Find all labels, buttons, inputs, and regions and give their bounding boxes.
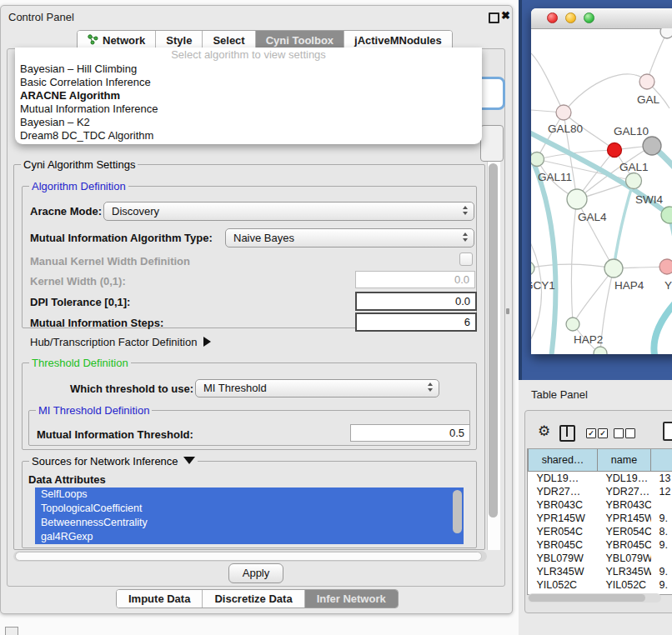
algorithm-menu-item[interactable]: Bayesian – K2 [15, 116, 482, 129]
table-cell[interactable] [651, 498, 672, 512]
network-edge[interactable] [531, 264, 614, 268]
manual-kernel-checkbox[interactable] [459, 252, 473, 266]
node-table[interactable]: shared… name YDL19…YDL19…13YDR27…YDR27…1… [527, 448, 672, 595]
network-node-gcy1[interactable] [531, 262, 534, 275]
network-edge[interactable] [654, 300, 672, 354]
table-cell[interactable]: YLR345W [598, 565, 651, 578]
table-cell[interactable]: YIL052C [598, 578, 651, 592]
corner-grip-icon[interactable] [5, 627, 18, 635]
network-edge[interactable] [571, 199, 577, 324]
table-cell[interactable]: 9. [651, 565, 672, 578]
zoom-traffic-light-icon[interactable] [584, 12, 594, 23]
aracne-mode-combo[interactable]: Discovery [103, 202, 474, 221]
column-header-cut[interactable] [651, 449, 672, 472]
table-cell[interactable]: YDL19… [598, 472, 651, 486]
minimize-traffic-light-icon[interactable] [565, 12, 576, 23]
network-node-hap4[interactable] [604, 259, 623, 278]
file-icon[interactable] [663, 422, 672, 441]
network-node-y[interactable] [659, 259, 672, 274]
table-cell[interactable]: YPR145W [598, 512, 651, 525]
network-node-gal10[interactable] [608, 143, 622, 158]
attribute-list-item[interactable]: gal4RGexp [35, 530, 464, 544]
table-cell[interactable]: YDR27… [598, 485, 651, 498]
table-cell[interactable]: YER054C [598, 525, 651, 538]
table-cell[interactable]: YBL079W [598, 552, 651, 565]
table-cell[interactable]: YIL052C [529, 578, 598, 592]
unchecked-box-icon[interactable] [614, 428, 624, 438]
table-cell[interactable]: YER054C [529, 525, 598, 538]
unchecked-box-icon[interactable] [625, 428, 635, 438]
table-cell[interactable]: 8. [651, 525, 672, 538]
network-node[interactable] [660, 28, 672, 38]
mi-threshold-field[interactable]: 0.5 [350, 424, 470, 442]
column-header-shared-name[interactable]: shared… [529, 449, 598, 472]
settings-hscrollbar-thumb[interactable] [15, 552, 482, 561]
network-node-gal[interactable] [639, 74, 654, 89]
table-cell[interactable]: YBL079W [529, 552, 598, 565]
expand-right-icon[interactable] [203, 337, 211, 347]
table-row[interactable]: YBR045CYBR045C9. [529, 538, 672, 552]
gear-icon[interactable]: ⚙ [538, 422, 550, 440]
table-row[interactable]: YBR043CYBR043C [529, 498, 672, 512]
algorithm-menu-item[interactable]: Bayesian – Hill Climbing [15, 62, 482, 76]
network-edge[interactable] [564, 74, 647, 112]
table-cell[interactable]: YLR345W [529, 565, 598, 578]
float-window-icon[interactable] [489, 12, 499, 23]
apply-button[interactable]: Apply [228, 563, 283, 583]
table-row[interactable]: YER054CYER054C8. [529, 525, 672, 538]
dpi-tolerance-field[interactable]: 0.0 [355, 292, 477, 311]
attribute-list-item[interactable]: BetweennessCentrality [35, 516, 464, 530]
network-node[interactable] [594, 347, 607, 354]
table-cell[interactable]: YDR27… [529, 485, 598, 498]
network-edge[interactable] [647, 32, 667, 82]
table-row[interactable]: YDL19…YDL19…13 [529, 472, 672, 486]
algorithm-menu-item[interactable]: ARACNE Algorithm [15, 89, 482, 102]
tab-infer-network[interactable]: Infer Network [305, 590, 398, 608]
checked-box-icon[interactable]: ✓ [586, 428, 596, 438]
table-cell[interactable]: 9. [651, 512, 672, 525]
table-row[interactable]: YLR345WYLR345W9. [529, 565, 672, 578]
network-node-gal80[interactable] [556, 105, 571, 120]
table-cell[interactable]: YDL19… [529, 472, 598, 486]
table-row[interactable]: YBL079WYBL079W [529, 552, 672, 565]
table-cell[interactable] [651, 552, 672, 565]
network-edge[interactable] [614, 181, 634, 268]
tab-impute-data[interactable]: Impute Data [117, 590, 203, 608]
network-view-canvas[interactable]: GALGAL80GAL10GAL11GAL1SWI4GAL4GCY1HAP4YH… [531, 28, 672, 354]
mi-type-combo[interactable]: Naive Bayes [225, 228, 474, 248]
attributes-scrollbar[interactable] [453, 490, 462, 533]
attribute-list-item[interactable]: TopologicalCoefficient [35, 502, 464, 516]
algorithm-menu-item[interactable]: Basic Correlation Inference [15, 76, 482, 89]
table-header-row[interactable]: shared… name [529, 449, 672, 472]
table-cell[interactable]: YBR045C [529, 538, 598, 552]
network-node-gal11[interactable] [531, 152, 544, 167]
table-cell[interactable]: 13 [651, 472, 672, 486]
algorithm-menu-item[interactable]: Dream8 DC_TDC Algorithm [15, 129, 482, 142]
table-row[interactable]: YDR27…YDR27…12 [529, 485, 672, 498]
checked-box-icon[interactable]: ✓ [598, 428, 608, 438]
collapse-down-icon[interactable] [183, 457, 195, 464]
table-cell[interactable]: 9. [651, 538, 672, 552]
settings-vscrollbar-thumb[interactable] [489, 163, 498, 518]
network-edge[interactable] [531, 135, 555, 354]
hub-definition-expander[interactable]: Hub/Transcription Factor Definition [30, 336, 211, 348]
which-threshold-combo[interactable]: MI Threshold [195, 379, 439, 398]
table-cell[interactable]: 9. [651, 578, 672, 592]
tab-discretize-data[interactable]: Discretize Data [203, 590, 304, 608]
column-layout-icon[interactable] [559, 425, 575, 442]
table-cell[interactable]: YBR043C [598, 498, 651, 512]
table-hscrollbar-thumb[interactable] [529, 594, 645, 602]
column-header-name[interactable]: name [598, 449, 651, 472]
network-edge[interactable] [531, 53, 564, 112]
control-panel-titlebar[interactable] [0, 5, 511, 27]
mi-steps-field[interactable]: 6 [355, 312, 477, 332]
table-cell[interactable]: YBR045C [598, 538, 651, 552]
algorithm-menu-item[interactable]: Mutual Information Inference [15, 102, 482, 116]
kernel-width-field[interactable]: 0.0 [355, 271, 475, 288]
network-edge[interactable] [577, 199, 614, 268]
network-node-gal4[interactable] [567, 189, 587, 209]
table-cell[interactable]: YPR145W [529, 512, 598, 525]
network-node[interactable] [643, 137, 661, 155]
network-node-gal1[interactable] [626, 173, 642, 189]
table-cell[interactable]: 12 [651, 485, 672, 498]
